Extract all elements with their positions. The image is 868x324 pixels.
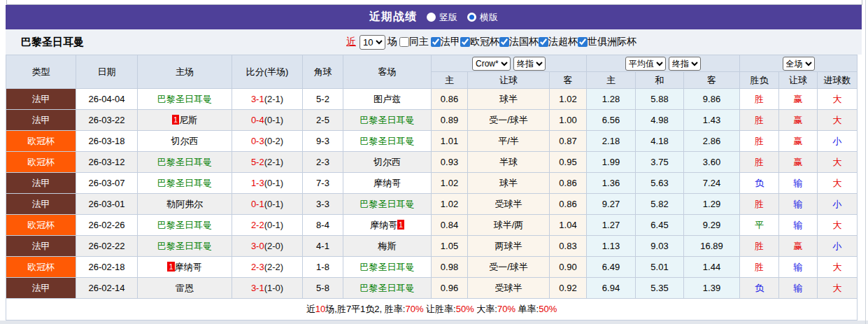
top-strip: [6, 0, 862, 5]
euro-home-odds-cell: 9.27: [587, 194, 636, 215]
euro-home-odds-cell: 2.18: [587, 131, 636, 152]
competition-filter[interactable]: 世俱洲际杯: [578, 36, 636, 48]
bookmaker-stage-select[interactable]: 终指: [513, 57, 546, 71]
euro-away-odds-cell: 3.60: [684, 152, 740, 173]
col-header-asian-away: 客: [550, 72, 587, 89]
recent-count-select[interactable]: 10: [360, 35, 385, 50]
goals-result-cell: 小: [818, 194, 858, 215]
match-row: 法甲26-03-01勒阿弗尔0-1(0-1)3-3巴黎圣日耳曼1.02受球半0.…: [6, 194, 858, 215]
halftime-score: (0-1): [264, 178, 283, 188]
team-name: 巴黎圣日耳曼: [157, 220, 212, 230]
competition-cell: 欧冠杯: [6, 215, 76, 236]
away-team-cell: 巴黎圣日耳曼: [343, 110, 432, 131]
competition-checkbox[interactable]: [578, 37, 588, 47]
team-name: 摩纳哥: [175, 262, 202, 272]
col-header-type: 类型: [6, 55, 76, 89]
score-cell: 1-3(0-1): [232, 173, 303, 194]
radio-option-horizontal[interactable]: 横版: [467, 11, 498, 24]
away-team-cell: 梅斯: [343, 236, 432, 257]
euro-avg-select[interactable]: 平均值: [625, 57, 666, 71]
goals-result-cell: 小: [818, 236, 858, 257]
asian-handicap-cell: 球半: [468, 173, 550, 194]
radio-icon-horizontal[interactable]: [467, 13, 476, 22]
score-cell: 3-1(2-1): [232, 89, 303, 110]
asian-away-odds-cell: 0.90: [550, 257, 587, 278]
filter-controls: 近 10 场 同主 法甲欧冠杯法国杯法超杯世俱洲际杯: [346, 35, 636, 50]
result-cell: 胜: [740, 236, 779, 257]
handicap-result-cell: 输: [779, 215, 818, 236]
asian-handicap-cell: 受球半: [468, 278, 550, 299]
col-header-euro-away: 客: [684, 72, 740, 89]
summary-row: 近10场,胜7平1负2, 胜率:70% 让胜率:50% 大率:70% 单率:50…: [6, 299, 858, 321]
competition-checkbox[interactable]: [539, 37, 548, 47]
competition-filter[interactable]: 法超杯: [539, 36, 578, 48]
corner-cell: 9-3: [303, 131, 343, 152]
asian-home-odds-cell: 1.01: [432, 131, 468, 152]
handicap-result-cell: 赢: [779, 152, 818, 173]
col-header-date: 日期: [76, 55, 138, 89]
team-name: 巴黎圣日耳曼: [157, 94, 212, 104]
competition-checkbox[interactable]: [460, 37, 470, 47]
result-cell: 胜: [740, 257, 779, 278]
goals-result-cell: 大: [818, 278, 858, 299]
match-row: 欧冠杯26-02-181摩纳哥2-3(2-2)1-8巴黎圣日耳曼0.98受一/球…: [6, 257, 858, 278]
radio-option-vertical[interactable]: 竖版: [427, 11, 457, 24]
section-title: 近期战绩: [369, 10, 417, 24]
radio-label-vertical: 竖版: [439, 11, 457, 24]
same-home-checkbox[interactable]: [399, 37, 409, 47]
team-name: 摩纳哥: [373, 178, 401, 188]
table-header-selects-row: 类型 日期 主场 比分(半场) 角球 客场 Crow* 终指 平均值 终指: [6, 55, 858, 72]
competition-checkbox[interactable]: [431, 37, 441, 47]
asian-home-odds-cell: 1.02: [432, 173, 468, 194]
euro-away-odds-cell: 1.39: [684, 278, 740, 299]
bookmaker-select[interactable]: Crow*: [472, 57, 511, 71]
date-cell: 26-04-04: [76, 89, 138, 110]
col-header-score: 比分(半场): [232, 55, 303, 89]
competition-filter[interactable]: 法甲: [431, 36, 460, 48]
same-home-label: 同主: [409, 36, 429, 48]
recent-link[interactable]: 近: [346, 36, 356, 48]
match-row: 法甲26-03-221尼斯0-4(0-1)2-5巴黎圣日耳曼0.89受一/球半1…: [6, 110, 858, 131]
home-team-cell: 巴黎圣日耳曼: [138, 236, 232, 257]
summary-segment: 10: [315, 304, 325, 314]
asian-home-odds-cell: 0.93: [432, 152, 468, 173]
euro-draw-odds-cell: 9.03: [636, 236, 684, 257]
euro-draw-odds-cell: 5.82: [636, 194, 684, 215]
match-row: 欧冠杯26-03-18切尔西0-3(0-2)9-3巴黎圣日耳曼1.01平/半0.…: [6, 131, 858, 152]
asian-handicap-cell: 受一/球半: [468, 257, 550, 278]
red-card-badge: 1: [167, 262, 174, 272]
handicap-result-cell: 赢: [779, 236, 818, 257]
scope-select[interactable]: 全场: [783, 57, 815, 71]
competition-cell: 法甲: [6, 173, 76, 194]
page-right-border: [865, 0, 866, 324]
halftime-score: (0-1): [264, 115, 283, 125]
summary-segment: 50%: [456, 304, 474, 314]
euro-stage-select[interactable]: 终指: [669, 57, 701, 71]
competition-cell: 法甲: [6, 194, 76, 215]
team-name: 巴黎圣日耳曼: [157, 157, 212, 167]
euro-draw-odds-cell: 6.45: [636, 215, 684, 236]
summary-segment: 近: [306, 304, 315, 314]
handicap-result-cell: 赢: [779, 131, 818, 152]
competition-checkbox[interactable]: [499, 37, 509, 47]
competition-cell: 法甲: [6, 278, 76, 299]
team-name: 摩纳哥: [370, 220, 397, 230]
team-name: 切尔西: [373, 157, 401, 167]
radio-icon-vertical[interactable]: [427, 13, 436, 22]
competition-label: 世俱洲际杯: [588, 36, 636, 48]
competition-filter[interactable]: 法国杯: [499, 36, 539, 48]
competition-filter[interactable]: 欧冠杯: [460, 36, 499, 48]
goals-result-cell: 大: [818, 215, 858, 236]
corner-cell: 5-2: [303, 89, 343, 110]
result-cell: 胜: [740, 194, 779, 215]
home-team-cell: 巴黎圣日耳曼: [138, 215, 232, 236]
score-cell: 3-0(2-0): [232, 236, 303, 257]
date-cell: 26-02-26: [76, 215, 138, 236]
euro-away-odds-cell: 1.29: [684, 194, 740, 215]
euro-away-odds-cell: 2.86: [684, 131, 740, 152]
score-cell: 0-1(0-1): [232, 194, 303, 215]
same-home-filter[interactable]: 同主: [399, 36, 429, 48]
halftime-score: (0-2): [264, 136, 283, 146]
corner-cell: 4-1: [303, 236, 343, 257]
goals-result-cell: 大: [818, 89, 858, 110]
